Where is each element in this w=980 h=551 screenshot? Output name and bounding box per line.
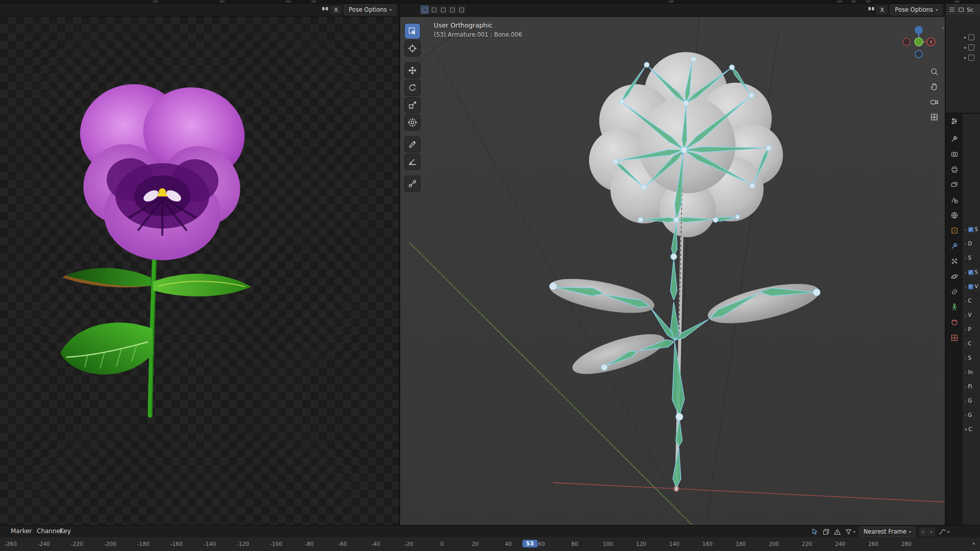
tool-settings-toggle[interactable] [430, 6, 438, 14]
properties-tab-world[interactable] [950, 211, 959, 219]
tool-settings-toggle[interactable] [448, 6, 456, 14]
properties-tab-modifiers[interactable] [950, 241, 959, 250]
bone-joint[interactable] [736, 215, 740, 219]
properties-tab-particles[interactable] [950, 257, 959, 265]
expand-icon[interactable]: ▴ [972, 540, 975, 545]
bone-joint[interactable] [683, 101, 689, 106]
menu-pose[interactable]: Pose [534, 0, 549, 1]
panel-header-G[interactable]: ›G [963, 394, 980, 408]
menu-marker[interactable]: Marker [11, 528, 32, 535]
tool-settings-toggle[interactable] [439, 6, 447, 14]
properties-tab-constraints[interactable] [950, 287, 959, 296]
tool-settings-toggle[interactable] [457, 6, 465, 14]
bone-joint[interactable] [691, 57, 696, 62]
panel-header-D[interactable]: ›D [963, 237, 980, 251]
menu-key[interactable]: Key [60, 528, 71, 535]
bone-joint[interactable] [681, 147, 687, 153]
panel-header-In[interactable]: ›In [963, 365, 980, 380]
panel-header-P[interactable]: ›P [963, 322, 980, 337]
pose-options-dropdown[interactable]: Pose Options ▾ [890, 5, 942, 15]
menu-select[interactable]: Select [508, 0, 527, 1]
properties-tab-tool[interactable] [950, 134, 959, 143]
mirror-x-toggle[interactable]: X [868, 6, 888, 14]
ortho-toggle-control[interactable] [928, 111, 940, 122]
mirror-x-toggle[interactable]: X [322, 6, 341, 14]
viewport-canvas[interactable]: User Orthographic (53) Armature.001 : Bo… [400, 16, 945, 525]
panel-checkbox[interactable]: ✓ [968, 227, 973, 232]
bone-joint[interactable] [749, 93, 754, 98]
pose-options-dropdown[interactable]: Pose Options ▾ [344, 5, 396, 15]
properties-tab-view-layer[interactable] [950, 180, 959, 189]
bone-joint[interactable] [644, 62, 649, 67]
panel-header-C[interactable]: ›C [963, 294, 980, 308]
bone-joint[interactable] [766, 145, 771, 151]
properties-tab-physics[interactable] [950, 272, 959, 281]
interpolation-button[interactable]: ▾ [939, 528, 949, 536]
panel-header-V[interactable]: ›✓V [963, 280, 980, 294]
jump-keyframe-buttons[interactable]: ‹› [919, 528, 935, 536]
tool-settings-toggle[interactable] [421, 6, 429, 14]
navigation-gizmo[interactable]: X [901, 24, 937, 60]
bone-joint[interactable] [641, 185, 646, 190]
properties-tab-texture[interactable] [950, 333, 959, 342]
playhead-snap-toggle[interactable] [811, 528, 819, 536]
properties-tab-render[interactable] [950, 149, 959, 158]
timeline-ruler[interactable]: ▴ -260-240-220-200-180-160-140-120-100-8… [0, 537, 980, 551]
menu-channel[interactable]: Channel [37, 528, 62, 535]
tool-annotate[interactable] [405, 137, 420, 152]
snap-mode-dropdown[interactable]: Nearest Frame ▾ [859, 527, 916, 537]
bone-joint[interactable] [671, 254, 677, 260]
bone-joint[interactable] [613, 159, 618, 164]
warning-toggle[interactable] [834, 528, 841, 536]
zoom-control[interactable] [928, 66, 940, 77]
properties-tab-material[interactable] [950, 318, 959, 327]
properties-tab-data[interactable] [950, 303, 959, 311]
tool-move[interactable] [405, 63, 420, 78]
tool-cursor[interactable] [405, 41, 420, 56]
panel-header-G[interactable]: ›G [963, 408, 980, 422]
panel-header-V[interactable]: ›V [963, 308, 980, 322]
bone[interactable] [671, 259, 677, 300]
panel-header-S[interactable]: ›✓S [963, 222, 980, 237]
bone-joint[interactable] [619, 99, 624, 104]
bone-joint[interactable] [813, 289, 820, 296]
panel-checkbox[interactable]: ✓ [968, 270, 973, 275]
bone-joint[interactable] [674, 217, 679, 222]
bone-joint[interactable] [550, 283, 557, 290]
current-frame-indicator[interactable]: 53 [523, 540, 537, 547]
tool-transform[interactable] [405, 115, 420, 130]
bone-joint[interactable] [601, 364, 607, 370]
panel-header-C[interactable]: ▾C [963, 422, 980, 437]
properties-tab-object[interactable] [950, 226, 959, 235]
overlap-toggle[interactable] [822, 528, 830, 536]
tool-measure[interactable] [405, 154, 420, 169]
outliner-row[interactable]: ▸ [946, 53, 980, 62]
bone-joint[interactable] [713, 217, 718, 222]
editor-type-icon[interactable] [948, 6, 955, 13]
sidebar-collapse-icon[interactable]: ‹ [942, 24, 944, 32]
outliner-row[interactable]: ▸ [946, 43, 980, 52]
panel-header-S[interactable]: ›S [963, 251, 980, 265]
bone-joint[interactable] [750, 183, 755, 188]
pan-control[interactable] [928, 81, 940, 92]
panel-header-S[interactable]: ›S [963, 351, 980, 365]
panel-header-S[interactable]: ›✓S [963, 265, 980, 280]
bone-joint[interactable] [638, 217, 643, 222]
camera-view-control[interactable] [928, 96, 940, 107]
properties-tab-scene[interactable] [950, 195, 959, 204]
reference-canvas[interactable] [0, 16, 399, 525]
bone-joint[interactable] [676, 413, 683, 420]
panel-header-C[interactable]: ›C [963, 337, 980, 351]
menu-view[interactable]: View [486, 0, 501, 1]
panel-checkbox[interactable]: ✓ [968, 284, 973, 289]
filter-button[interactable]: ▾ [845, 528, 855, 536]
panel-header-Fi[interactable]: ›Fi [963, 380, 980, 394]
tool-rotate[interactable] [405, 80, 420, 95]
properties-tab-output[interactable] [950, 165, 959, 173]
tool-scale[interactable] [405, 97, 420, 113]
properties-editor-icon[interactable] [946, 115, 963, 127]
bone-joint[interactable] [729, 65, 734, 70]
tool-select-box[interactable] [405, 23, 420, 39]
outliner-row[interactable]: ▸ [946, 33, 980, 41]
tool-pose-breakdowner[interactable] [405, 176, 420, 191]
